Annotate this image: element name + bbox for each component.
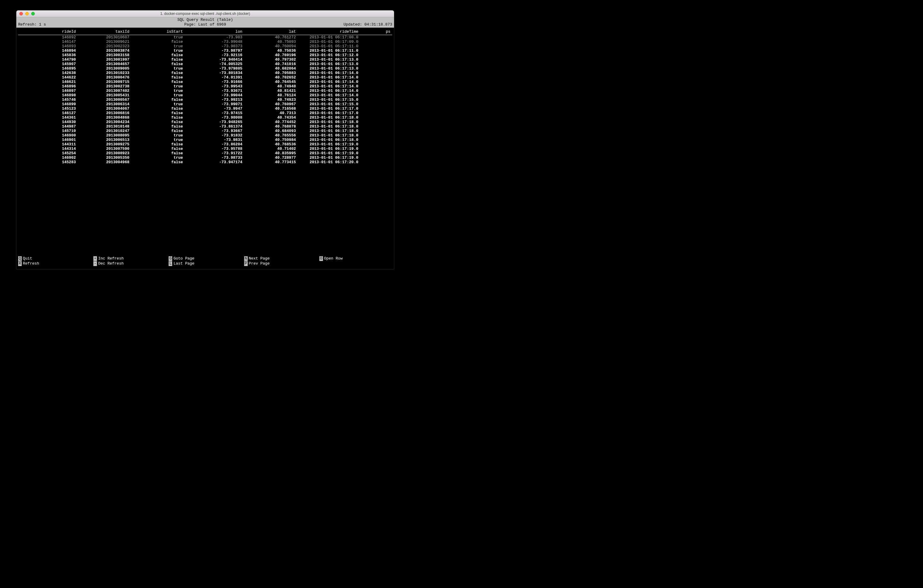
cell-rideId: 144930 [18, 120, 77, 124]
cell-lat: 40.750984 [244, 138, 298, 142]
cell-taxiId: 2013006816 [77, 111, 131, 115]
table-row[interactable]: 1468962013002738true-73.9954340.74948201… [18, 84, 392, 89]
cell-rideId: 146900 [18, 133, 77, 138]
table-row[interactable]: 1452542013008923false-73.9172240.8359952… [18, 151, 392, 156]
cell-taxiId: 2013008923 [77, 151, 131, 156]
cell-rideId: 145710 [18, 129, 77, 133]
zoom-icon[interactable] [31, 12, 35, 15]
cell-isStart: false [131, 39, 185, 44]
cell-ps [360, 102, 392, 107]
table-row[interactable]: 1468932013002323true-73.9837340.76009420… [18, 44, 392, 48]
table-row[interactable]: 1458362013003158false-73.9211640.7691962… [18, 53, 392, 57]
table-row[interactable]: 1468922013010607true-73.98340.7612722013… [18, 35, 392, 40]
cell-isStart: true [131, 138, 185, 142]
shortcut-key: N [244, 256, 248, 261]
cell-lon: -73.95788 [185, 146, 244, 151]
table-row[interactable]: 1452832013004968false-73.94717440.773415… [18, 160, 392, 164]
cell-taxiId: 2013002323 [77, 44, 131, 48]
col-rideTime: rideTime [298, 30, 360, 35]
cell-rideTime: 2013-01-01 06:17:18.0 [298, 129, 360, 133]
col-rideId: rideId [18, 30, 77, 35]
table-row[interactable]: 1451232013004067false-73.994740.71656820… [18, 107, 392, 111]
cell-lat: 40.768078 [244, 124, 298, 129]
cell-lon: -74.005325 [185, 62, 244, 66]
cell-rideTime: 2013-01-01 06:17:18.0 [298, 138, 360, 142]
cell-lon: -73.99044 [185, 93, 244, 97]
cell-rideTime: 2013-01-01 06:17:14.0 [298, 80, 360, 84]
table-row[interactable]: 1459072013004657false-74.00532540.741016… [18, 62, 392, 66]
cell-ps [360, 97, 392, 102]
table-row[interactable]: 1469022013005350true-73.9873340.72897720… [18, 156, 392, 160]
shortcut-key: O [319, 256, 323, 261]
cell-isStart: false [131, 160, 185, 164]
cell-isStart: true [131, 89, 185, 93]
titlebar[interactable]: 1. docker-compose exec sql-client ./sql-… [16, 10, 394, 17]
cell-lat: 40.7313 [244, 111, 298, 115]
table-row[interactable]: 1443142013007590false-73.9578840.7140220… [18, 146, 392, 151]
table-row[interactable]: 1466212013009715false-73.9166640.7645452… [18, 80, 392, 84]
table-row[interactable]: 1446222013000476false-74.0139140.7026522… [18, 75, 392, 80]
cell-rideId: 144622 [18, 75, 77, 80]
table-row[interactable]: 1449872013010148false-73.86137440.768078… [18, 124, 392, 129]
cell-rideId: 146892 [18, 35, 77, 40]
cell-ps [360, 111, 392, 115]
cell-isStart: false [131, 80, 185, 84]
table-row[interactable]: 1457462013000567false-73.9921340.7492320… [18, 97, 392, 102]
cell-lat: 40.765556 [244, 133, 298, 138]
shortcut-key: R [18, 261, 22, 266]
table-row[interactable]: 1443612013004868false-73.9800840.7435420… [18, 115, 392, 120]
close-icon[interactable] [19, 12, 23, 15]
shortcut-key: - [94, 261, 97, 266]
cell-isStart: false [131, 71, 185, 75]
table-row[interactable]: 1468952013009005true-73.97980540.6820642… [18, 66, 392, 71]
cell-lat: 40.741016 [244, 62, 298, 66]
col-taxiId: taxiId [77, 30, 131, 35]
table-row[interactable]: 1469012013006513true-73.983140.750984201… [18, 138, 392, 142]
cell-lon: -73.99048 [185, 39, 244, 44]
cell-ps [360, 66, 392, 71]
table-row[interactable]: 1469002013008095true-73.9183240.76555620… [18, 133, 392, 138]
cell-taxiId: 2013003874 [77, 48, 131, 53]
cell-lon: -73.91666 [185, 80, 244, 84]
shortcut-key: Q [18, 256, 22, 261]
shortcut-item: +Inc Refresh [94, 256, 166, 261]
cell-isStart: false [131, 57, 185, 62]
cell-taxiId: 2013009275 [77, 142, 131, 146]
refresh-status: Refresh: 1 s [18, 22, 46, 27]
cell-rideId: 145836 [18, 53, 77, 57]
cell-isStart: true [131, 102, 185, 107]
result-content: rideId taxiId isStart lon lat rideTime p… [16, 28, 394, 255]
cell-taxiId: 2013006314 [77, 102, 131, 107]
cell-lat: 40.74354 [244, 115, 298, 120]
cell-taxiId: 2013006513 [77, 138, 131, 142]
cell-taxiId: 2013010247 [77, 129, 131, 133]
cell-lon: -73.98733 [185, 156, 244, 160]
table-row[interactable]: 1461272013006816false-73.9741540.7313201… [18, 111, 392, 115]
cell-rideId: 146894 [18, 48, 77, 53]
cell-rideId: 144311 [18, 142, 77, 146]
table-row[interactable]: 1468992013006314true-73.9907140.76096720… [18, 102, 392, 107]
table-row[interactable]: 1468982013005431true-73.9904440.76124201… [18, 93, 392, 97]
cell-ps [360, 156, 392, 160]
cell-lon: -73.801834 [185, 71, 244, 75]
cell-rideTime: 2013-01-01 06:17:14.0 [298, 75, 360, 80]
cell-lon: -73.940414 [185, 57, 244, 62]
table-row[interactable]: 1449302013004234false-73.94826540.774452… [18, 120, 392, 124]
table-row[interactable]: 1447902013001997false-73.94041440.797302… [18, 57, 392, 62]
cell-isStart: false [131, 107, 185, 111]
shortcut-item: QQuit [18, 256, 91, 261]
shortcut-item: -Dec Refresh [94, 261, 166, 266]
table-row[interactable]: 1457102013010247false-73.9366740.6840932… [18, 129, 392, 133]
table-row[interactable]: 1426382013010233false-73.80183440.705883… [18, 71, 392, 75]
table-row[interactable]: 1468942013003874true-73.9879740.75036201… [18, 48, 392, 53]
cell-rideId: 146901 [18, 138, 77, 142]
table-row[interactable]: 1443112013009275false-73.8620440.7685362… [18, 142, 392, 146]
cell-lon: -73.948265 [185, 120, 244, 124]
cell-isStart: false [131, 111, 185, 115]
cell-rideId: 145254 [18, 151, 77, 156]
cell-taxiId: 2013010148 [77, 124, 131, 129]
cell-taxiId: 2013003158 [77, 53, 131, 57]
minimize-icon[interactable] [25, 12, 29, 15]
table-row[interactable]: 1461472013009621false-73.9904840.7509320… [18, 39, 392, 44]
table-row[interactable]: 1468972013007402true-73.9367140.81421201… [18, 89, 392, 93]
